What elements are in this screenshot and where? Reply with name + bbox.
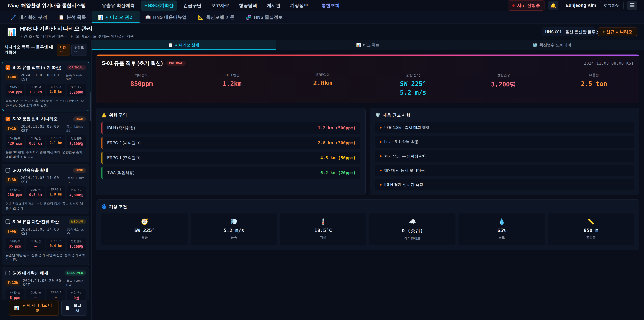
nav-item-weather[interactable]: 기상정보 <box>286 1 312 11</box>
stat-value: 0.4 km <box>47 244 65 248</box>
scenario-checkbox[interactable] <box>6 168 10 172</box>
stat-max-concentration: 최대농도 280 ppm <box>6 186 24 199</box>
scenario-checkbox[interactable] <box>6 65 10 70</box>
tab-hns-manual[interactable]: 📖 HNS 대응매뉴얼 <box>140 11 192 23</box>
stat-value: 280 ppm <box>6 193 24 197</box>
shield-icon: 🛡️ <box>375 113 380 117</box>
scenario-card-s02[interactable]: S-02 풍향 변화 시나리오 HIGH T+1h 2024.11.03 09:… <box>2 113 90 162</box>
bullet-dot-icon <box>380 155 382 157</box>
stat-label: 영향인구 <box>68 240 85 243</box>
nav-item-board[interactable]: 게시판 <box>263 1 284 11</box>
nav-item-hns-dispersion[interactable]: HNS·대기확산 <box>141 1 177 11</box>
tab-hns-substance-info[interactable]: 🧬 HNS 물질정보 <box>240 11 288 23</box>
stat-erpg2: ERPG-2 2.8 km <box>46 84 66 97</box>
scenario-sidebar: 시나리오 목록 — 톨루엔 대기확산 시간순 위험도순 S-01 유출 직후 (… <box>0 40 92 320</box>
detail-stat-affected-population: 영향인구 3,200명 <box>458 71 549 98</box>
time-offset-badge: T+6h <box>6 228 18 234</box>
nav-item-reports[interactable]: 보고자료 <box>208 1 233 11</box>
notification-button[interactable]: 🔔 <box>548 1 558 11</box>
sort-by-risk-button[interactable]: 위험도순 <box>72 44 87 56</box>
detail-stat-label: 영향인구 <box>458 73 549 77</box>
stat-label: ERPG-2 <box>47 137 65 140</box>
detail-tab-compare-chart[interactable]: 📊 비교 차트 <box>276 40 460 50</box>
time-offset-badge: T+12h <box>6 280 20 286</box>
weather-label: 대기안정도 <box>371 236 454 241</box>
compare-scenarios-button[interactable]: 📊 선택 시나리오 비교 <box>9 300 59 316</box>
scenario-title: S-05 대기확산 해제 <box>12 270 48 276</box>
stat-value: 8 ppm <box>6 296 24 300</box>
tab-dispersion-analysis[interactable]: 🖊️ 대기확산 분석 <box>5 11 53 23</box>
stat-max-concentration: 최대농도 8 ppm <box>6 289 24 300</box>
weather-card-temperature: 🌡️ 18.5°C 기온 <box>280 213 366 245</box>
logout-button[interactable]: 로그아웃 <box>600 1 624 10</box>
stat-label: 최대농도 <box>6 188 24 192</box>
nav-right-controls: 사고 진행중 🔔 Eunjeong Kim 로그아웃 ☰ <box>508 0 637 11</box>
bullet-dot-icon <box>380 141 382 143</box>
scenario-wind: 풍속 3.5m/s S <box>68 176 86 184</box>
scenario-checkbox[interactable] <box>6 117 10 121</box>
hamburger-menu-button[interactable]: ☰ <box>627 1 637 11</box>
stat-value: 0.8 km <box>27 141 44 145</box>
detail-severity-badge: CRITICAL <box>166 61 186 66</box>
stat-value: 3,200명 <box>68 90 85 95</box>
scenario-datetime: 2024.11.03 11:00 KST <box>21 176 65 184</box>
stat-value: 1,200명 <box>68 244 85 249</box>
recommendations-title: 대응 권고 사항 <box>383 112 410 118</box>
nav-separator <box>562 2 562 10</box>
content-split: 시나리오 목록 — 톨루엔 대기확산 시간순 위험도순 S-01 유출 직후 (… <box>0 40 644 320</box>
pen-icon: 🖊️ <box>11 15 16 20</box>
incident-select-dropdown[interactable]: HNS-001 · 울산 온산항 톨루엔 누출 ▾ <box>542 28 595 36</box>
stat-label: 최대농도 <box>6 137 24 140</box>
stat-value: 850 ppm <box>6 90 24 94</box>
nav-item-rescue[interactable]: 긴급구난 <box>180 1 205 11</box>
risk-value: 6.2 km (20ppm) <box>320 170 356 175</box>
stat-idlh-radius: IDLH반경 1.2 km <box>26 84 45 97</box>
detail-tab-scenario-detail[interactable]: 📋 시나리오 상세 <box>92 40 276 50</box>
tab-scenario-management[interactable]: 📊 시나리오 관리 <box>92 11 139 23</box>
new-scenario-button[interactable]: + 신규 시나리오 <box>598 28 637 36</box>
scenario-checkbox[interactable] <box>6 271 10 275</box>
report-button[interactable]: 📄 보고서 <box>62 300 87 316</box>
warning-icon: ⚠️ <box>102 113 107 117</box>
weather-label: 습도 <box>460 235 544 240</box>
detail-title: S-01 유출 직후 (초기 확산) <box>102 60 163 67</box>
nav-item-oil-spill[interactable]: 유출유 확산예측 <box>98 1 138 11</box>
nav-item-aerial-search[interactable]: 항공탐색 <box>235 1 261 11</box>
sidebar-header: 시나리오 목록 — 톨루엔 대기확산 시간순 위험도순 <box>0 40 92 59</box>
scenario-card-s04[interactable]: S-04 유출 차단·잔류 확산 MEDIUM T+6h 2024.11.03 … <box>2 216 90 265</box>
detail-tab-label: 시나리오 상세 <box>175 43 199 48</box>
tab-model-theory[interactable]: 📐 확산모델 이론 <box>192 11 240 23</box>
weather-label: 풍향 <box>103 235 186 240</box>
recommendation-text: 반경 1.2km 즉시 대피 명령 <box>384 125 430 130</box>
stat-label: ERPG-2 <box>47 291 65 294</box>
scenario-list: S-01 유출 직후 (초기 확산) CRITICAL T+0h 2024.11… <box>0 59 92 300</box>
scenario-card-s05[interactable]: S-05 대기확산 해제 RESOLVED T+12h 2024.11.03 2… <box>2 267 90 300</box>
detail-stat-idlh-radius: IDLH 반경 1.2km <box>187 71 278 98</box>
scenario-card-s03[interactable]: S-03 연속유출 확대 HIGH T+3h 2024.11.03 11:00 … <box>2 164 90 214</box>
risk-label: ERPG-1 (주의권고) <box>107 155 140 160</box>
stat-value: 85 ppm <box>6 244 24 248</box>
scenario-datetime: 2024.11.03 09:00 KST <box>21 124 64 133</box>
time-offset-badge: T+3h <box>6 177 18 183</box>
stat-label: 영향인구 <box>68 188 85 192</box>
thermometer-icon: 🌡️ <box>282 218 365 225</box>
scenario-wind: 풍속 5.2m/s SW <box>66 73 86 81</box>
scenario-card-s01[interactable]: S-01 유출 직후 (초기 확산) CRITICAL T+0h 2024.11… <box>2 62 90 111</box>
sidebar-scrollbar[interactable] <box>90 92 91 121</box>
recommendation-item: IDLH 경계 실시간 측정 <box>375 179 634 190</box>
page-title-block: HNS 대기확산 시나리오 관리 시간·조건별 대기확산 예측 시나리오 비교·… <box>20 25 134 39</box>
tab-analysis-list[interactable]: 📋 분석 목록 <box>53 11 92 23</box>
detail-tab-dispersion-overlay[interactable]: 🗺️ 확산범위 오버레이 <box>460 40 644 50</box>
sort-by-time-button[interactable]: 시간순 <box>57 44 70 56</box>
stat-idlh-radius: IDLH반경 – <box>26 289 45 300</box>
scenario-datetime: 2024.11.03 08:00 KST <box>21 73 63 81</box>
app-root: Wing 해양환경 위기대응 통합시스템 유출유 확산예측 HNS·대기확산 긴… <box>0 0 644 320</box>
detail-stat-value: 850ppm <box>96 80 187 87</box>
stat-max-concentration: 최대농도 85 ppm <box>6 238 24 251</box>
report-label: 보고서 <box>72 303 83 313</box>
weather-value: 5.2 m/s <box>192 227 276 233</box>
nav-item-integrated-search[interactable]: 통합조회 <box>316 1 343 11</box>
stat-value: 0.5 km <box>27 193 44 197</box>
weather-label: 기온 <box>282 235 365 240</box>
scenario-checkbox[interactable] <box>6 219 10 224</box>
